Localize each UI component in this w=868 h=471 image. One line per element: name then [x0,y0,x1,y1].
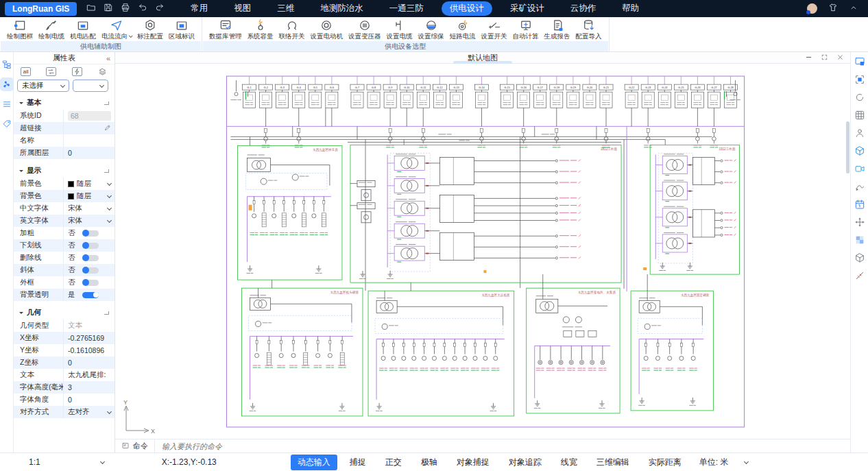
save-button[interactable] [104,3,113,15]
ribbon-button-protection[interactable]: 设置综保 [416,19,446,40]
command-input[interactable] [155,442,850,450]
minimize-button[interactable] [805,53,812,62]
property-value[interactable]: 随层 [63,178,114,190]
menu-item-8[interactable]: 帮助 [614,1,647,16]
right-rail-map-grid-button[interactable] [854,109,865,121]
avatar[interactable] [807,3,817,14]
redo-button[interactable] [155,3,165,15]
property-value[interactable]: 宋体 [63,215,114,227]
property-value[interactable]: 否 [63,239,114,252]
filter-all-button[interactable]: all [21,67,31,76]
right-rail-window-save-button[interactable] [854,56,865,67]
zoom-scale[interactable]: 1:1 [29,457,40,467]
theme-button[interactable] [828,3,838,15]
zoom-scale-chevron[interactable] [100,459,105,463]
property-value[interactable]: 是 [63,289,114,301]
property-value[interactable]: 3 [63,381,114,394]
ribbon-button-cable[interactable]: 绘制电缆 [36,19,67,40]
undo-button[interactable] [138,3,147,15]
app-logo[interactable]: LongRuan GIS [5,2,77,16]
status-toggle-7[interactable]: 三维编辑 [590,455,636,470]
ribbon-button-import[interactable]: 配置导入 [574,19,604,40]
property-value[interactable]: 否 [63,264,114,276]
layers-filter-button[interactable] [97,67,108,76]
canvas-scrollbar[interactable] [846,121,849,173]
panel-collapse-button[interactable]: « [106,54,110,62]
status-toggle-1[interactable]: 捕捉 [343,455,373,470]
right-rail-camera-button[interactable] [854,162,865,174]
toggle-switch[interactable] [82,292,99,298]
ribbon-button-region[interactable]: 区域标识 [167,19,197,40]
right-rail-box-3d-button[interactable] [854,145,865,156]
property-value[interactable]: 随层 [63,190,114,202]
right-rail-cube-button[interactable] [854,252,865,263]
property-value[interactable]: 0 [63,394,114,406]
menu-item-3[interactable]: 地测防治水 [312,1,372,16]
section-header[interactable]: 基本 [14,96,114,110]
menu-item-2[interactable]: 三维 [269,1,302,16]
ribbon-button-short-circuit[interactable]: 短路电流 [448,19,478,40]
menu-item-4[interactable]: 一通三防 [381,1,432,16]
ribbon-button-db-manage[interactable]: 数据库管理 [207,19,244,40]
ribbon-button-switch[interactable]: 设置开关 [479,19,509,40]
right-rail-measure-button[interactable] [854,269,865,281]
property-value[interactable] [63,134,114,147]
collapse-ribbon-button[interactable] [849,3,858,15]
left-rail-tag-button[interactable] [1,119,12,130]
status-toggle-2[interactable]: 正交 [378,455,409,470]
right-rail-selection-button[interactable] [854,73,865,85]
right-rail-circle-button[interactable] [854,91,865,103]
close-button[interactable] [836,53,844,62]
left-rail-cluster-button[interactable] [1,79,12,90]
secondary-dropdown[interactable] [73,80,108,92]
ribbon-button-annotate[interactable]: 标注配置 [135,19,165,40]
toggle-switch[interactable] [82,255,99,261]
status-toggle-0[interactable]: 动态输入 [291,455,337,470]
ribbon-button-tie-switch[interactable]: 联络开关 [277,19,307,40]
ribbon-button-cable-set[interactable]: 设置电缆 [385,19,415,40]
section-header[interactable]: 显示 [14,164,114,178]
status-toggle-6[interactable]: 线宽 [554,455,584,470]
property-value[interactable]: 否 [63,252,114,264]
edit-icon[interactable] [104,124,111,132]
property-value[interactable]: 文本 [63,319,114,332]
exchange-filter-button[interactable] [46,67,56,76]
property-value[interactable]: 否 [63,227,114,239]
menu-item-1[interactable]: 视图 [226,1,259,16]
menu-item-0[interactable]: 常用 [182,1,216,16]
ribbon-button-transformer[interactable]: 设置变压器 [346,19,383,40]
property-value[interactable]: 68 [63,110,114,122]
open-folder-button[interactable] [86,3,96,15]
property-value[interactable]: 宋体 [63,202,114,215]
selection-dropdown[interactable]: 未选择 [17,80,69,92]
ribbon-button-flow[interactable]: 电流流向 [99,19,134,40]
right-rail-checker-button[interactable] [854,234,865,245]
menu-item-7[interactable]: 云协作 [562,1,605,16]
menu-item-5[interactable]: 供电设计 [442,1,492,16]
property-value[interactable]: -0.2765169 [63,332,114,344]
right-rail-person-button[interactable] [854,127,865,138]
property-value[interactable]: 左对齐 [63,406,114,418]
ribbon-button-motor[interactable]: 设置电动机 [309,19,346,40]
status-toggle-5[interactable]: 对象追踪 [502,455,548,470]
toggle-switch[interactable] [82,243,99,249]
property-value[interactable]: 否 [63,276,114,289]
ribbon-button-auto-calc[interactable]: 自动计算 [511,19,541,40]
status-toggle-3[interactable]: 极轴 [414,455,444,470]
left-rail-list-button[interactable] [1,99,12,110]
status-toggle-8[interactable]: 实际距离 [642,455,688,470]
property-value[interactable]: 0 [63,357,114,369]
property-value[interactable]: -0.1610896 [63,344,114,357]
menu-item-6[interactable]: 采矿设计 [502,1,553,16]
property-value[interactable]: 太九机尾排: [63,369,114,381]
toggle-switch[interactable] [82,280,99,286]
ribbon-button-report[interactable]: 生成报告 [542,19,572,40]
property-value[interactable] [63,122,114,134]
right-rail-move-button[interactable] [854,216,865,228]
right-rail-calendar-button[interactable] [854,198,865,210]
power-filter-button[interactable] [72,67,82,76]
map-tab[interactable]: 默认地图 [455,52,510,63]
unit-label[interactable]: 单位: 米 [699,457,729,468]
property-value[interactable]: 0 [63,147,114,159]
schematic-canvas[interactable]: G-1G-2G-3G-4G-5G-6G-7G-8G-9G-10G-11G-12G… [115,64,850,439]
